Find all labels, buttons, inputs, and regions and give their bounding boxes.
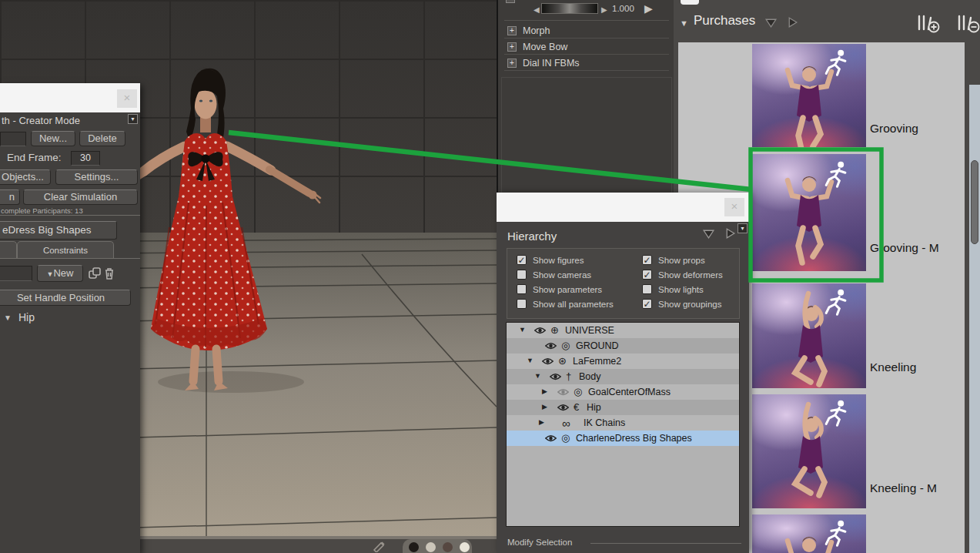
checkbox-label: Show lights [658, 285, 704, 294]
checkbox-show-groupings[interactable]: ✓ [642, 299, 652, 309]
constraint-name-field[interactable] [0, 266, 32, 281]
new-simulation-button[interactable]: New... [31, 131, 75, 146]
pencil-tool-icon[interactable] [372, 540, 387, 552]
visibility-eye-icon[interactable] [550, 373, 561, 380]
checkbox-show-props[interactable]: ✓ [642, 255, 652, 265]
pose-thumbnail-grooving[interactable] [752, 44, 866, 147]
expand-arrow-icon[interactable]: ▼ [519, 326, 526, 333]
panel-title-bar[interactable]: × [497, 193, 749, 222]
remove-library-icon[interactable] [955, 12, 980, 34]
scrollbar-track[interactable] [969, 85, 980, 553]
visibility-eye-icon[interactable] [534, 327, 546, 334]
end-frame-label: End Frame: [7, 152, 62, 163]
close-icon[interactable]: × [724, 198, 744, 216]
palette-swatch-black[interactable] [409, 542, 419, 552]
play-arrow-icon[interactable] [724, 227, 737, 239]
trash-icon[interactable] [103, 266, 115, 280]
checkbox-show-figures[interactable]: ✓ [517, 255, 527, 265]
expand-arrow-icon[interactable]: ▶ [542, 403, 547, 411]
tree-item-ik-chains[interactable]: ▶ ∞ IK Chains [507, 415, 739, 431]
param-group-dial-in-fbms[interactable]: + Dial IN FBMs [504, 55, 669, 71]
visibility-eye-icon[interactable] [545, 342, 557, 350]
tab-constraints[interactable]: Constraints [17, 241, 114, 259]
collapse-arrow-icon[interactable]: ▼ [680, 18, 688, 28]
checkbox-label: Show deformers [658, 270, 723, 280]
pose-thumbnail-grooving-m[interactable] [752, 154, 866, 271]
slider-decrement-icon[interactable]: ◀ [533, 5, 540, 14]
visibility-eye-icon[interactable] [542, 357, 554, 365]
tab-stub[interactable] [0, 241, 17, 259]
divider [504, 20, 669, 21]
universe-icon: ⊕ [550, 324, 559, 336]
tree-item-universe[interactable]: ▼ ⊕ UNIVERSE [507, 323, 739, 338]
collapse-arrow-icon[interactable]: ▼ [4, 313, 12, 322]
tree-item-charlenedress-big-shapes[interactable]: ◎ CharleneDress Big Shapes [507, 431, 739, 446]
duplicate-icon[interactable] [88, 266, 102, 280]
checkbox-show-cameras[interactable] [517, 270, 527, 280]
checkbox-show-deformers[interactable]: ✓ [642, 270, 652, 280]
run-simulation-button[interactable]: n [0, 189, 20, 205]
param-group-morph[interactable]: + Morph [504, 23, 669, 39]
new-constraint-dropdown-button[interactable]: ▼New [37, 265, 83, 282]
expand-arrow-icon[interactable]: ▼ [534, 372, 541, 380]
garment-name-label: eDress Big Shapes [2, 224, 92, 236]
tree-item-body[interactable]: ▼ † Body [507, 369, 739, 384]
scrollbar-thumb[interactable] [971, 160, 978, 244]
expand-plus-icon[interactable]: + [507, 26, 517, 35]
expand-plus-icon[interactable]: + [507, 42, 517, 52]
panel-menu-icon[interactable]: ▼ [738, 223, 748, 233]
expand-arrow-icon[interactable]: ▶ [539, 418, 544, 426]
checkbox-show-parameters[interactable] [517, 284, 527, 294]
tree-item-goalcenterofmass[interactable]: ▶ ◎ GoalCenterOfMass [507, 384, 739, 400]
palette-swatch-brown[interactable] [443, 542, 453, 552]
pose-thumbnail-kneeling-m[interactable] [752, 394, 866, 508]
pose-thumbnail-partial[interactable] [752, 514, 866, 553]
checkbox-label: Show figures [533, 256, 584, 265]
tree-item-ground[interactable]: ◎ GROUND [507, 338, 739, 354]
hierarchy-title: Hierarchy [507, 230, 557, 243]
bone-icon: € [574, 401, 579, 413]
next-parameter-icon[interactable]: ▶ [644, 2, 653, 15]
set-handle-position-button[interactable]: Set Handle Position [0, 290, 131, 306]
expand-arrow-icon[interactable]: ▼ [527, 357, 533, 364]
purchases-title: Purchases [694, 13, 755, 28]
garment-section-header[interactable]: eDress Big Shapes [0, 221, 117, 240]
color-palette-bar [403, 539, 472, 553]
add-library-icon[interactable] [915, 12, 941, 34]
param-group-move-bow[interactable]: + Move Bow [504, 39, 669, 55]
palette-swatch-cream[interactable] [460, 542, 470, 552]
palette-swatch-tan[interactable] [426, 542, 436, 552]
checkbox-show-lights[interactable] [642, 284, 652, 294]
tree-item-lafemme2[interactable]: ▼ ⊛ LaFemme2 [507, 354, 739, 369]
menu-triangle-icon[interactable] [764, 17, 778, 28]
checkbox-show-all-parameters[interactable] [517, 299, 527, 309]
expand-plus-icon[interactable]: + [507, 59, 517, 68]
cropped-group-row [506, 0, 515, 3]
tree-item-label: Body [579, 371, 601, 382]
prop-icon: ◎ [574, 386, 582, 397]
panel-title-bar[interactable]: × [0, 83, 140, 112]
pose-thumbnail-kneeling[interactable] [752, 283, 866, 388]
simulation-name-field[interactable] [0, 132, 26, 146]
hip-constraint-item[interactable]: Hip [18, 311, 35, 323]
delete-simulation-button[interactable]: Delete [79, 131, 125, 146]
visibility-eye-icon[interactable] [557, 404, 569, 411]
panel-menu-icon[interactable]: ▼ [128, 114, 138, 124]
visibility-eye-icon-dimmed[interactable] [557, 388, 569, 396]
parameter-slider[interactable] [541, 3, 598, 14]
menu-triangle-icon[interactable] [702, 228, 715, 240]
cloth-simulation-panel: × th - Creator Mode ▼ New... Delete End … [0, 83, 140, 553]
close-icon[interactable]: × [117, 89, 137, 108]
cloth-objects-button[interactable]: Objects... [0, 169, 51, 185]
play-arrow-icon[interactable] [786, 16, 799, 28]
expand-arrow-icon[interactable]: ▶ [542, 387, 547, 395]
visibility-eye-icon[interactable] [545, 434, 557, 442]
pose-label: Grooving [870, 122, 918, 136]
divider [0, 215, 140, 216]
simulation-settings-button[interactable]: Settings... [55, 169, 138, 185]
clear-simulation-button[interactable]: Clear Simulation [23, 189, 138, 205]
end-frame-input[interactable]: 30 [71, 151, 100, 166]
divider [590, 543, 741, 544]
tree-item-hip[interactable]: ▶ € Hip [507, 400, 739, 415]
slider-increment-icon[interactable]: ▶ [601, 5, 607, 14]
